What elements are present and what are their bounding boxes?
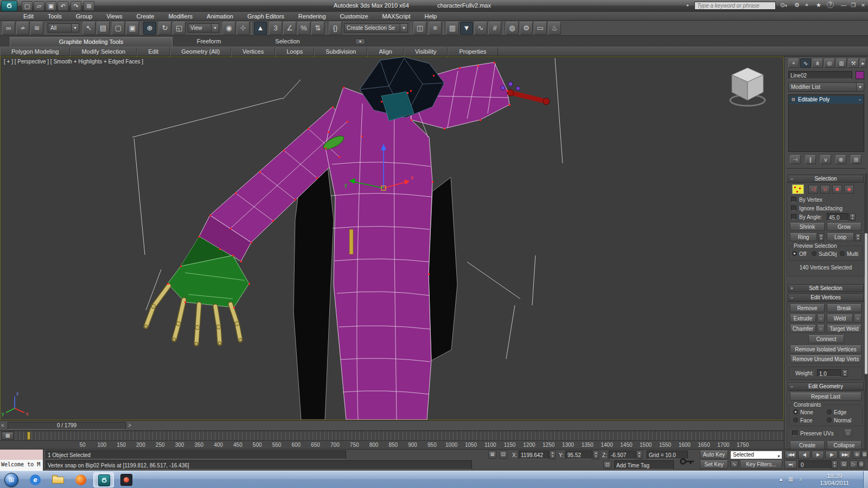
y-spinner[interactable]: ▲▼ (593, 451, 599, 459)
vertex-subobject-icon[interactable] (792, 184, 804, 194)
select-and-link-icon[interactable]: ∞ (2, 22, 15, 35)
edit-vertices-rollout-header[interactable]: −Edit Vertices (788, 293, 864, 301)
remove-unused-map-verts-button[interactable]: Remove Unused Map Verts (790, 355, 861, 363)
pin-stack-icon[interactable]: ⊣ (790, 155, 801, 164)
next-frame-button[interactable]: |▶ (825, 451, 838, 459)
taskbar-app-windows-explorer[interactable] (48, 472, 68, 487)
show-desktop-button[interactable] (863, 471, 868, 488)
curve-editor-icon[interactable]: ∿ (474, 22, 487, 35)
set-key-button[interactable]: Set Key (700, 460, 728, 469)
key-filters-button[interactable]: Key Filters... (740, 460, 782, 469)
create-tab-icon[interactable]: + (788, 59, 799, 68)
dropdown-arrow-icon[interactable]: ▼ (856, 83, 864, 91)
previous-frame-button[interactable]: ◀| (798, 451, 810, 459)
percent-snap-icon[interactable]: % (297, 22, 310, 35)
preserve-uvs-settings-button[interactable]: ▫ (844, 429, 852, 437)
menu-item[interactable]: Views (99, 12, 129, 21)
selection-filter-dropdown[interactable]: All▼ (48, 23, 79, 33)
close-button[interactable]: × (859, 2, 867, 9)
object-color-swatch[interactable] (856, 71, 864, 79)
time-slider-value[interactable]: 0 / 1799 (8, 422, 126, 429)
time-configuration-icon[interactable]: ⊟ (840, 460, 848, 468)
weight-spinner[interactable]: ▲▼ (842, 369, 848, 377)
spinner-snap-icon[interactable]: ⇅ (311, 22, 324, 35)
preview-multi-radio[interactable] (840, 251, 845, 256)
network-icon[interactable]: ▥ (788, 476, 793, 482)
preview-subobj-radio[interactable] (812, 251, 816, 256)
rectangular-selection-region-icon[interactable]: ▢ (112, 22, 125, 35)
menu-item[interactable]: Rendering (291, 12, 333, 21)
configure-modifier-sets-icon[interactable]: ⊞ (851, 155, 861, 164)
search-input[interactable] (694, 2, 776, 10)
edit-geometry-rollout-header[interactable]: −Edit Geometry (788, 382, 864, 390)
hidden-icons-icon[interactable]: ▴ (780, 476, 782, 482)
frame-marker[interactable] (27, 432, 30, 440)
zoom-icon[interactable]: ⊕ (853, 451, 861, 459)
communication-center-icon[interactable]: ⌖ (805, 2, 808, 9)
selection-lock-icon[interactable]: ⊠ (488, 451, 496, 459)
frame-spinner[interactable]: ▲▼ (832, 460, 838, 469)
constraint-face-radio[interactable] (793, 418, 798, 422)
ring-button[interactable]: Ring (790, 233, 817, 241)
isolate-selection-icon[interactable]: ⊡ (603, 461, 611, 469)
menu-item[interactable]: Group (69, 12, 100, 21)
preview-off-radio[interactable] (792, 251, 797, 256)
taskbar-clock[interactable]: 18:39 13/04/2011 (808, 473, 860, 487)
angle-snap-icon[interactable]: ∠ (283, 22, 296, 35)
tab-graphite-modeling-tools[interactable]: Graphite Modeling Tools (10, 37, 173, 47)
ribbon-panel-button[interactable]: Geometry (All) (170, 47, 231, 56)
system-tray[interactable]: ▴ ▥ ♪ (777, 476, 804, 482)
scrollbar-thumb[interactable] (865, 233, 867, 374)
chamfer-button[interactable]: Chamfer (790, 325, 816, 333)
taskbar-app-internet-explorer[interactable]: e (25, 472, 46, 487)
character-robe-mesh[interactable] (199, 62, 509, 420)
hierarchy-tab-icon[interactable]: ⋔ (812, 59, 823, 68)
reference-coordinate-dropdown[interactable]: View▼ (188, 23, 219, 33)
key-mode-toggle[interactable]: ▸▸| (784, 460, 797, 469)
stack-row-icons[interactable]: •. (859, 96, 861, 103)
panel-scrollbar[interactable] (865, 174, 867, 449)
graphite-ribbon-toggle-icon[interactable]: ▼ (460, 22, 473, 35)
restore-button[interactable]: ❒ (850, 2, 857, 9)
edge-subobject-icon[interactable]: ◁ (808, 185, 818, 194)
bind-to-space-warp-icon[interactable]: ≋ (30, 22, 43, 35)
auto-key-button[interactable]: Auto Key (700, 451, 728, 459)
help-icon[interactable]: ? (827, 1, 834, 8)
pan-icon[interactable]: ⊜ (858, 460, 864, 468)
break-button[interactable]: Break (827, 304, 861, 312)
ring-spinner[interactable]: ▲▼ (818, 233, 824, 241)
named-selection-sets-dropdown[interactable]: Create Selection Se▼ (344, 23, 408, 33)
element-subobject-icon[interactable]: ◈ (844, 185, 854, 194)
tab-freeform[interactable]: Freeform (179, 37, 239, 47)
ribbon-panel-button[interactable]: Subdivision (314, 47, 367, 56)
constraint-normal-radio[interactable] (827, 418, 832, 422)
new-key-curve-icon[interactable]: ∿ (730, 460, 738, 468)
loop-button[interactable]: Loop (827, 233, 854, 241)
layer-manager-icon[interactable]: ▥ (446, 22, 459, 35)
ribbon-panel-button[interactable]: Loops (275, 47, 314, 56)
window-crossing-toggle-icon[interactable]: ▣ (126, 22, 139, 35)
constraint-none-radio[interactable] (793, 409, 798, 414)
ribbon-panel-button[interactable]: Vertices (231, 47, 275, 56)
menu-item[interactable]: Customize (333, 12, 375, 21)
favorites-icon[interactable]: ★ (816, 2, 821, 9)
grow-button[interactable]: Grow (827, 223, 861, 231)
constraint-edge-radio[interactable] (827, 409, 832, 414)
project-toolbar-icon[interactable]: ⊞ (84, 1, 94, 11)
zoom-extents-icon[interactable]: ⊞ (861, 451, 867, 459)
ribbon-panel-button[interactable]: Edit (137, 47, 170, 56)
viewport-canvas[interactable]: y x x y z (1, 57, 783, 420)
modifier-stack[interactable]: Editable Poly •. (788, 94, 864, 152)
select-and-move-icon[interactable]: ⊕ (143, 22, 156, 35)
utilities-tab-icon[interactable]: ⚒ (848, 59, 859, 68)
time-slider[interactable]: < 0 / 1799 > (0, 420, 784, 431)
extrude-button[interactable]: Extrude (790, 314, 816, 323)
mini-listener-script-pane[interactable]: Welcome to M (0, 460, 43, 471)
weld-settings-button[interactable]: ▫ (854, 314, 861, 323)
modifier-list-dropdown[interactable]: Modifier List▼ (788, 82, 864, 92)
app-logo-button[interactable]: Ϭ (1, 1, 17, 11)
current-frame-field[interactable]: 0 (799, 460, 831, 469)
red-bone-object[interactable] (507, 89, 550, 105)
dropdown-arrow-icon[interactable]: ▼ (400, 24, 407, 32)
select-and-rotate-icon[interactable]: ↻ (158, 22, 171, 35)
